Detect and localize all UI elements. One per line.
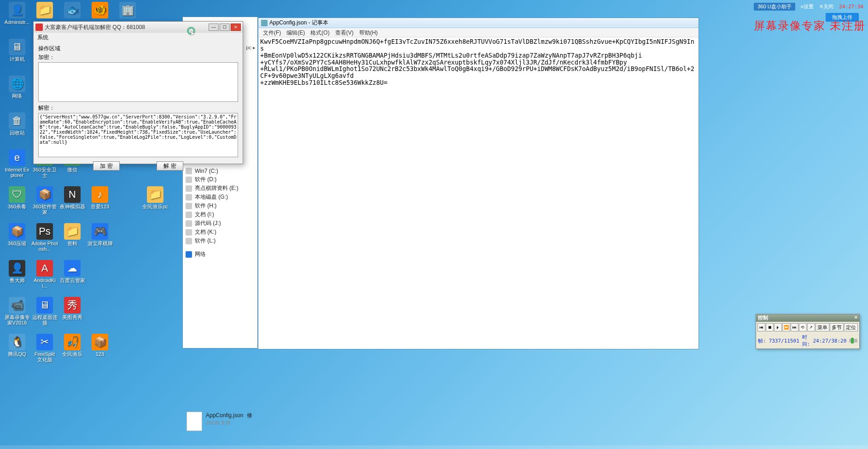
icon-label: 音爱123 [91,204,109,209]
notepad-titlebar[interactable]: AppConfig.json - 记事本 [258,18,699,28]
time-label: 时间: [802,334,810,348]
desktop-icon[interactable]: 🛡360杀毒 [4,184,30,220]
minimize-button[interactable]: — [209,24,219,31]
desktop-icon[interactable]: 📹屏幕录像专家V2016 [4,295,30,331]
notepad-body[interactable]: KwvF5CoeMVZIaPnp8gpcuwHnpdmONJ6Q+fgEI3vT… [258,37,699,349]
app-icon: 🏢 [119,2,136,18]
drive-icon [186,185,192,192]
desktop-icon[interactable]: ♪音爱123 [87,184,113,220]
icon-label: 远程桌面连接 [31,314,58,325]
drive-label: 亮点棋牌资料 (E:) [195,184,239,192]
volume-slider[interactable] [849,339,857,343]
icon-label: 腾讯QQ [8,351,26,357]
app-icon: 🎮 [92,223,108,240]
playback-button[interactable]: ⏵ [774,323,782,331]
menu-button[interactable]: 菜单 [816,323,829,331]
desktop-icon[interactable]: eInternet Explorer [4,148,30,183]
desktop-icon[interactable]: N夜神模拟器 [59,184,86,220]
network-icon [186,251,192,258]
desktop-icon[interactable]: ✂FreeSplit 文化版 [31,332,58,368]
desktop-icon[interactable]: 🌐网络 [4,74,30,110]
close-button[interactable]: ✕ [231,24,241,31]
desktop-icon[interactable]: 🎮游宝库棋牌 [87,221,113,257]
control-titlebar[interactable]: 控制 × [756,314,859,322]
encrypt-textarea[interactable] [38,62,238,102]
drive-item[interactable]: 源代码 (J:) [186,219,255,228]
drive-item[interactable]: 软件 (H:) [186,201,255,210]
menu-item[interactable]: 格式(O) [309,29,331,36]
u-helper-pill[interactable]: 360 U盘小助手 [754,3,795,11]
desktop-icon[interactable]: 🐧腾讯QQ [4,332,30,368]
desktop-icon[interactable]: 🖥计算机 [4,37,30,73]
playback-button[interactable]: ⏮ [757,323,765,331]
drive-item[interactable]: 亮点棋牌资料 (E:) [186,184,255,193]
icon-label: 全民渔乐pc [142,204,168,209]
icon-label: 屏幕录像专家V2016 [4,314,30,325]
menu-item[interactable]: 编辑(E) [285,29,307,36]
menu-item[interactable]: 文件(F) [261,29,283,36]
desktop-icon[interactable]: 📦360压缩 [4,221,30,257]
playback-button[interactable]: ⏩ [782,323,790,331]
close-link[interactable]: ✕关闭 [819,3,833,10]
app-icon: 👤 [9,260,25,277]
desktop-icon[interactable]: 🗑回收站 [4,111,30,147]
settings-link[interactable]: ≡设置 [801,3,814,10]
crypt-titlebar[interactable]: 大富豪客户端手机端加解密 QQ：681008 — ☐ ✕ [34,22,243,33]
playback-button[interactable]: ↗ [807,323,815,331]
desktop-icon[interactable]: 🖥远程桌面连接 [31,295,58,331]
desktop-icon[interactable]: 👤Administr... [4,0,30,36]
icon-label: 360软件管家 [31,204,58,215]
crypt-window[interactable]: 大富豪客户端手机端加解密 QQ：681008 — ☐ ✕ 系统 操作区域 加密：… [33,21,243,164]
desktop-icon[interactable]: 📁全民渔乐pc [142,184,169,220]
playback-button[interactable]: ⟲ [799,323,807,331]
drive-item[interactable]: 文档 (I:) [186,210,255,219]
icon-label: 360压缩 [8,241,26,246]
icon-label: 资料 [67,241,77,246]
drive-label: 文档 (I:) [195,211,214,219]
menu-item[interactable]: 帮助(H) [357,29,380,36]
network-item[interactable]: 网络 [186,250,255,259]
drive-item[interactable]: 软件 (D:) [186,175,255,184]
desktop-icon[interactable]: 秀美图秀秀 [59,295,86,331]
file-details: AppConfig.json 修 JSON 文件 [183,408,257,435]
decrypt-label: 解密： [38,104,238,112]
control-close-button[interactable]: × [855,314,857,322]
app-icon: 🐧 [9,334,25,350]
icon-label: 计算机 [10,56,25,62]
desktop-icon[interactable]: PsAdobe Photosh... [31,221,58,257]
control-status: 帧:7337/11501 时间:24:27/38:20 [756,333,859,349]
drive-item[interactable]: 文档 (K:) [186,228,255,236]
crypt-menu-system[interactable]: 系统 [34,33,243,42]
playback-button[interactable]: ⏹ [766,323,774,331]
app-icon: 🐟 [64,2,81,18]
decrypt-textarea[interactable] [38,113,238,157]
playback-button[interactable]: ⏭ [791,323,798,331]
desktop-icon[interactable]: ☁百度云管家 [59,258,86,294]
desktop-icon[interactable]: AAndroidKil... [31,258,58,294]
desktop-icon[interactable]: 👤鲁大师 [4,258,30,294]
desktop-icon[interactable]: 📁资料 [59,221,86,257]
locate-button[interactable]: 定位 [844,323,858,331]
control-title-label: 控制 [758,314,768,322]
maximize-button[interactable]: ☐ [220,24,230,31]
app-icon: ☁ [64,260,81,277]
decrypt-button[interactable]: 解 密 [157,161,183,171]
drive-label: 软件 (H:) [195,202,216,210]
multi-button[interactable]: 多节 [830,323,844,331]
drive-item[interactable]: 本地磁盘 (G:) [186,193,255,201]
icon-label: Administr... [5,19,29,25]
notepad-window[interactable]: AppConfig.json - 记事本 文件(F)编辑(E)格式(O)查看(V… [258,18,699,349]
app-icon: A [36,260,53,277]
notepad-menu: 文件(F)编辑(E)格式(O)查看(V)帮助(H) [258,28,699,37]
desktop-icon[interactable]: 📦360软件管家 [31,184,58,220]
icon-label: 百度云管家 [60,278,85,283]
desktop-icon[interactable]: 🎣全民渔乐 [59,332,86,368]
desktop-icon[interactable]: 📦123 [87,332,113,368]
drive-item[interactable]: 软件 (L:) [186,236,255,245]
app-icon: N [64,186,81,203]
taskbar[interactable] [0,445,868,449]
menu-item[interactable]: 查看(V) [333,29,355,36]
control-panel[interactable]: 控制 × ⏮⏹⏵⏩⏭⟲↗菜单多节定位 帧:7337/11501 时间:24:27… [756,314,860,349]
encrypt-button[interactable]: 加 密 [93,161,120,171]
drive-label: 软件 (L:) [195,237,216,245]
